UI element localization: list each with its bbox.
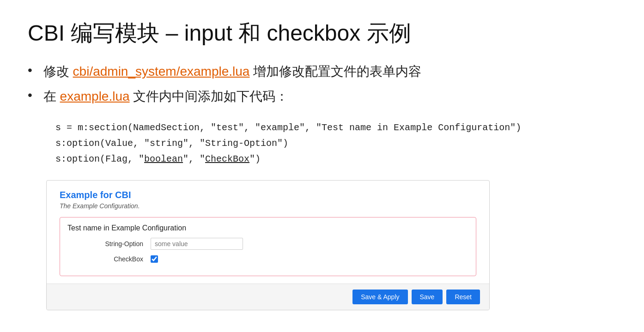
save-apply-button[interactable]: Save & Apply — [352, 290, 407, 304]
input-string-option[interactable] — [151, 238, 243, 250]
cbi-section-header: Test name in Example Configuration — [67, 224, 468, 232]
bullet-text-2: 在 example.lua 文件内中间添加如下代码： — [43, 88, 289, 105]
label-string-option: String-Option — [86, 240, 151, 247]
link-example-lua-2[interactable]: example.lua — [60, 89, 130, 103]
input-checkbox[interactable] — [151, 255, 158, 263]
code-underline-checkbox: CheckBox — [205, 154, 249, 164]
field-row-checkbox: CheckBox — [67, 255, 468, 263]
bullet-item-1: 修改 cbi/admin_system/example.lua 增加修改配置文件… — [28, 63, 616, 80]
code-underline-boolean: boolean — [144, 154, 183, 164]
link-example-lua-1[interactable]: cbi/admin_system/example.lua — [73, 64, 250, 78]
cbi-title: Example for CBI — [60, 190, 476, 200]
label-checkbox: CheckBox — [86, 255, 151, 263]
save-button[interactable]: Save — [412, 290, 443, 304]
field-row-string-option: String-Option — [67, 238, 468, 250]
cbi-subtitle: The Example Configuration. — [60, 202, 476, 210]
code-block: s = m:section(NamedSection, "test", "exa… — [55, 120, 616, 167]
cbi-footer: Save & Apply Save Reset — [47, 284, 489, 310]
page-title: CBI 编写模块 – input 和 checkbox 示例 — [28, 18, 616, 48]
bullet-list: 修改 cbi/admin_system/example.lua 增加修改配置文件… — [28, 63, 616, 105]
cbi-section: Test name in Example Configuration Strin… — [60, 217, 476, 276]
bullet-text-1: 修改 cbi/admin_system/example.lua 增加修改配置文件… — [43, 63, 421, 80]
cbi-widget-inner: Example for CBI The Example Configuratio… — [47, 181, 489, 276]
code-line-3: s:option(Flag, "boolean", "CheckBox") — [55, 151, 616, 167]
bullet-item-2: 在 example.lua 文件内中间添加如下代码： — [28, 88, 616, 105]
reset-button[interactable]: Reset — [446, 290, 480, 304]
cbi-widget: Example for CBI The Example Configuratio… — [46, 180, 490, 310]
code-line-2: s:option(Value, "string", "String-Option… — [55, 136, 616, 151]
code-line-1: s = m:section(NamedSection, "test", "exa… — [55, 120, 616, 136]
